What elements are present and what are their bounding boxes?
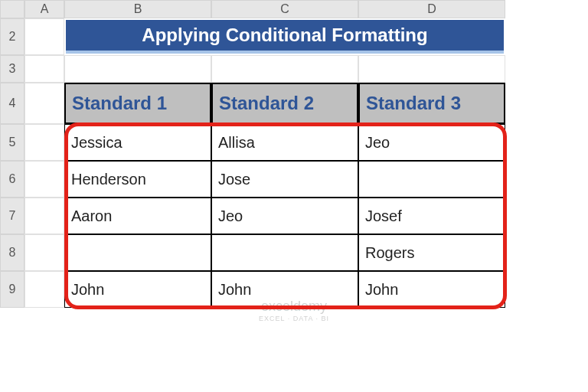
col-header-D[interactable]: D [358, 0, 505, 18]
cell-B5[interactable]: Jessica [64, 124, 211, 161]
cell-A9[interactable] [24, 271, 64, 308]
cell-A2[interactable] [24, 18, 64, 55]
col-header-A[interactable]: A [24, 0, 64, 18]
table-header-standard2[interactable]: Standard 2 [211, 83, 358, 124]
title-text: Applying Conditional Formatting [142, 24, 427, 46]
cell-D7[interactable]: Josef [358, 198, 505, 234]
table-header-standard1[interactable]: Standard 1 [64, 83, 211, 124]
cell-D5[interactable]: Jeo [358, 124, 505, 161]
cell-B9[interactable]: John [64, 271, 211, 308]
row-header-7[interactable]: 7 [0, 198, 24, 234]
select-all-corner[interactable] [0, 0, 24, 18]
col-header-B[interactable]: B [64, 0, 211, 18]
cell-A5[interactable] [24, 124, 64, 161]
cell-C3[interactable] [211, 55, 358, 83]
table-header-standard3[interactable]: Standard 3 [358, 83, 505, 124]
cell-C6[interactable]: Jose [211, 161, 358, 198]
cell-B6[interactable]: Henderson [64, 161, 211, 198]
cell-B7[interactable]: Aaron [64, 198, 211, 234]
watermark-tagline: EXCEL · DATA · BI [259, 315, 329, 322]
title-merged-cell[interactable]: Applying Conditional Formatting [64, 18, 505, 55]
cell-C7[interactable]: Jeo [211, 198, 358, 234]
cell-A4[interactable] [24, 83, 64, 124]
cell-D3[interactable] [358, 55, 505, 83]
row-header-3[interactable]: 3 [0, 55, 24, 83]
cell-C9[interactable]: John [211, 271, 358, 308]
cell-A6[interactable] [24, 161, 64, 198]
title-band: Applying Conditional Formatting [66, 20, 504, 54]
row-header-2[interactable]: 2 [0, 18, 24, 55]
cell-A7[interactable] [24, 198, 64, 234]
cell-B3[interactable] [64, 55, 211, 83]
row-header-6[interactable]: 6 [0, 161, 24, 198]
cell-C5[interactable]: Allisa [211, 124, 358, 161]
row-header-4[interactable]: 4 [0, 83, 24, 124]
row-header-9[interactable]: 9 [0, 271, 24, 308]
row-header-5[interactable]: 5 [0, 124, 24, 161]
spreadsheet-grid: A B C D 2 Applying Conditional Formattin… [0, 0, 588, 308]
cell-B8[interactable] [64, 234, 211, 271]
cell-D6[interactable] [358, 161, 505, 198]
cell-A3[interactable] [24, 55, 64, 83]
cell-D9[interactable]: John [358, 271, 505, 308]
cell-A8[interactable] [24, 234, 64, 271]
cell-D8[interactable]: Rogers [358, 234, 505, 271]
col-header-C[interactable]: C [211, 0, 358, 18]
row-header-8[interactable]: 8 [0, 234, 24, 271]
cell-C8[interactable] [211, 234, 358, 271]
